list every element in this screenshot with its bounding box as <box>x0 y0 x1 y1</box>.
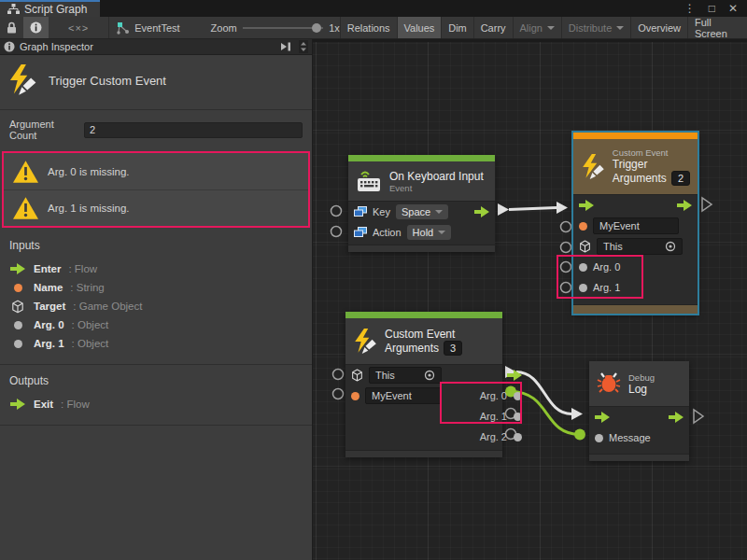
io-row-exit: Exit : Flow <box>9 395 303 413</box>
custom-event-icon <box>353 329 377 355</box>
gameobject-port-icon <box>11 300 24 314</box>
node-surtitle: Custom Event <box>613 147 690 158</box>
trigger-out-port[interactable] <box>474 206 489 217</box>
port-keyboard-key[interactable] <box>331 206 342 217</box>
node-title: On Keyboard Input <box>389 170 484 183</box>
object-port-icon[interactable] <box>514 433 522 441</box>
node-title: Custom Event <box>385 328 462 341</box>
flow-out-port[interactable] <box>669 412 684 423</box>
object-port-icon[interactable] <box>514 413 522 421</box>
graph-canvas[interactable]: On Keyboard Input Event Key Space <box>313 39 747 560</box>
inputs-header: Inputs <box>9 239 303 252</box>
zoom-slider[interactable] <box>243 27 324 29</box>
port-keyboard-action[interactable] <box>331 227 342 237</box>
key-row: Key Space <box>348 202 495 222</box>
port-event-name[interactable] <box>333 389 344 399</box>
string-port-icon[interactable] <box>351 392 359 400</box>
object-port-icon[interactable] <box>579 284 587 292</box>
warning-row: Arg. 1 is missing. <box>4 189 308 226</box>
action-dropdown[interactable]: Hold <box>407 225 452 240</box>
object-port-icon <box>14 340 22 348</box>
warning-text: Arg. 0 is missing. <box>48 166 130 177</box>
node-custom-event[interactable]: Custom Event Arguments 3 This <box>345 312 502 457</box>
flow-in-port[interactable] <box>579 200 594 211</box>
toolbar-right-group: Relations Values Dim Carry Align Distrib… <box>340 17 747 38</box>
inspector-toggle-button[interactable] <box>23 17 49 38</box>
maximize-icon[interactable]: □ <box>709 2 715 15</box>
fullscreen-button[interactable]: Full Screen <box>688 17 747 38</box>
gameobject-port-icon[interactable] <box>579 240 591 253</box>
port-event-target[interactable] <box>333 370 344 380</box>
graph-inspector-panel: Graph Inspector Trigger Custom Event <box>0 39 313 560</box>
zoom-slider-knob[interactable] <box>312 23 321 33</box>
custom-event-icon <box>581 154 605 180</box>
node-on-keyboard-input[interactable]: On Keyboard Input Event Key Space <box>348 155 495 252</box>
object-port-icon[interactable] <box>579 263 587 272</box>
key-dropdown[interactable]: Space <box>396 204 448 219</box>
arguments-label: Arguments <box>613 172 667 185</box>
arguments-label: Arguments <box>385 342 439 355</box>
arg0-label: Arg. 0 <box>480 390 507 401</box>
tab-label: Script Graph <box>24 3 87 16</box>
flow-out-port[interactable] <box>507 370 522 381</box>
align-dropdown[interactable]: Align <box>513 17 560 38</box>
warnings-highlight-box: Arg. 0 is missing. Arg. 1 is missing. <box>2 151 310 228</box>
object-picker-icon[interactable] <box>665 241 676 252</box>
code-view-button[interactable]: <×> <box>62 17 95 38</box>
unit-title: Trigger Custom Event <box>49 74 166 88</box>
port-trigger-name[interactable] <box>561 222 571 232</box>
close-icon[interactable]: ✕ <box>728 2 738 15</box>
object-port-icon[interactable] <box>514 392 522 400</box>
lock-button[interactable] <box>0 17 23 38</box>
tab-script-graph[interactable]: Script Graph <box>0 0 100 17</box>
node-trigger-custom-event[interactable]: Custom Event Trigger Arguments 2 <box>573 133 698 314</box>
graph-hierarchy-icon <box>7 4 20 15</box>
gameobject-port-icon[interactable] <box>351 369 363 382</box>
wire-start-arrow <box>498 203 509 216</box>
target-field[interactable]: This <box>369 367 442 384</box>
flow-out-row <box>447 365 528 385</box>
flow-in-port[interactable] <box>595 412 610 423</box>
graph-name: EventTest <box>134 22 179 34</box>
panel-title: Graph Inspector <box>20 41 93 52</box>
argument-count-input[interactable] <box>84 122 303 138</box>
graph-breadcrumb[interactable]: EventTest <box>109 17 186 38</box>
relations-button[interactable]: Relations <box>341 17 397 38</box>
trigger-colorbar <box>573 133 698 139</box>
flow-out-port[interactable] <box>677 200 692 211</box>
key-label: Key <box>373 206 390 217</box>
warning-text: Arg. 1 is missing. <box>48 203 130 214</box>
dim-button[interactable]: Dim <box>442 17 473 38</box>
port-trigger-arg1[interactable] <box>561 283 571 293</box>
arg1-label: Arg. 1 <box>593 282 620 293</box>
dock-panel-icon[interactable] <box>279 41 292 52</box>
distribute-dropdown[interactable]: Distribute <box>562 17 630 38</box>
string-port-icon[interactable] <box>579 222 587 231</box>
panel-scroll-arrows[interactable] <box>299 40 308 53</box>
port-trigger-exit[interactable] <box>702 198 712 211</box>
event-name-field[interactable]: MyEvent <box>593 217 679 234</box>
port-trigger-arg0[interactable] <box>561 262 571 273</box>
object-picker-icon[interactable] <box>424 370 435 381</box>
node-title: Log <box>628 383 655 396</box>
titlebar: Script Graph ⋮ □ ✕ <box>0 0 747 17</box>
port-debug-exit[interactable] <box>694 410 703 423</box>
values-button[interactable]: Values <box>398 17 442 38</box>
window-menu-icon[interactable]: ⋮ <box>684 2 696 15</box>
node-debug-log[interactable]: Debug Log Message <box>589 361 689 461</box>
connected-value-port[interactable] <box>574 429 585 441</box>
flow-row <box>589 407 689 427</box>
carry-button[interactable]: Carry <box>474 17 513 38</box>
warning-icon <box>13 197 38 219</box>
object-port-icon[interactable] <box>595 434 603 442</box>
unity-script-graph-window: Script Graph ⋮ □ ✕ <×> <box>0 0 747 560</box>
action-label: Action <box>373 227 402 238</box>
port-trigger-target[interactable] <box>561 243 571 253</box>
event-name-field[interactable]: MyEvent <box>365 387 442 404</box>
overview-button[interactable]: Overview <box>631 17 687 38</box>
target-field[interactable]: This <box>597 238 683 255</box>
chevron-down-icon <box>616 26 624 30</box>
warning-row: Arg. 0 is missing. <box>4 153 308 189</box>
node-surtitle: Debug <box>628 372 655 383</box>
node-subtitle: Event <box>389 183 484 193</box>
